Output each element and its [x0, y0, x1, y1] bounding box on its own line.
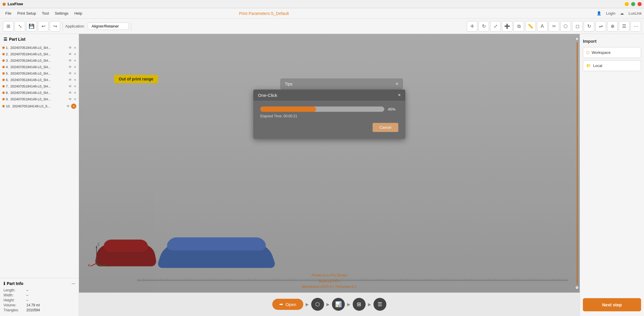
part-list-item[interactable]: 10. 20240705184148-L0_S... 👁 ✕	[0, 102, 79, 110]
more-btn[interactable]: ⋯	[631, 21, 641, 32]
elapsed-time: Elapsed Time: 00:00:21	[260, 114, 398, 118]
workflow-step-1[interactable]: ⬡	[311, 298, 324, 311]
collapse-btn[interactable]: —	[72, 281, 75, 286]
eye-icon[interactable]: 👁	[68, 71, 72, 75]
titlebar: ⬟ LuxFlow	[0, 0, 644, 8]
duplicate-btn[interactable]: ⧉	[514, 21, 524, 32]
progress-track	[260, 107, 384, 112]
application-select[interactable]: Aligner/Retainer	[88, 23, 129, 30]
workspace-label: Workspace	[592, 50, 611, 55]
import-title: Import	[583, 39, 597, 44]
3d-btn[interactable]: ⬡	[560, 21, 571, 32]
tips-dialog-header: Tips ×	[285, 81, 398, 87]
triangles-label: Triangles:	[4, 308, 24, 312]
minimize-btn[interactable]	[625, 2, 629, 6]
close-icon[interactable]: ✕	[74, 59, 76, 63]
close-icon[interactable]: ✕	[74, 85, 76, 88]
part-dot	[2, 66, 5, 68]
close-icon[interactable]: ✕	[74, 91, 76, 95]
eye-icon[interactable]: 👁	[68, 84, 72, 88]
box-btn[interactable]: ◻	[572, 21, 583, 32]
move-btn[interactable]: ✛	[467, 21, 477, 32]
part-list-item[interactable]: 8. 20240705184148-L0_SH... 👁 ✕	[0, 90, 79, 96]
workflow-step-4[interactable]: ☰	[373, 298, 386, 311]
part-list-item[interactable]: 3. 20240705184148-L0_SH... 👁 ✕	[0, 57, 79, 64]
width-row: Width: –	[4, 293, 75, 297]
progress-fill	[260, 107, 316, 112]
eye-icon[interactable]: 👁	[68, 65, 72, 69]
login-label[interactable]: Login	[606, 11, 615, 16]
close-icon[interactable]: ✕	[74, 65, 76, 69]
eye-icon[interactable]: 👁	[68, 59, 72, 63]
measure-btn[interactable]: 📏	[525, 21, 536, 32]
part-list-item[interactable]: 5. 20240705184148-L0_SH... 👁 ✕	[0, 70, 79, 77]
part-info-section: ℹ Part Info — Length: – Width: – Height:…	[0, 278, 79, 316]
add-btn[interactable]: ➕	[502, 21, 512, 32]
workspace-button[interactable]: ⬡ Workspace	[583, 47, 641, 58]
workflow-step-3[interactable]: ⊞	[353, 298, 366, 311]
part-dot	[2, 72, 5, 75]
toolbar-redo-btn[interactable]: ↪	[50, 21, 60, 32]
cut-btn[interactable]: ✂	[549, 21, 559, 32]
open-button[interactable]: ➡ Open	[272, 299, 303, 310]
menu-print-setup[interactable]: Print Setup	[14, 10, 39, 17]
part-list-item[interactable]: 2. 20240705184148-L0_SH... 👁 ✕	[0, 51, 79, 57]
maximize-btn[interactable]	[631, 2, 635, 6]
eye-icon[interactable]: 👁	[68, 91, 72, 95]
part-name: 20240705184148-L0_SH...	[11, 72, 67, 75]
part-name: 20240705184148-L0_SH...	[11, 59, 67, 62]
login-icon: 👤	[597, 11, 601, 16]
part-name: 20240705184148-L0_SH...	[11, 65, 67, 69]
scale-btn[interactable]: ⤢	[490, 21, 501, 32]
text-btn[interactable]: A	[537, 21, 547, 32]
menu-file[interactable]: File	[2, 10, 14, 17]
part-list-item[interactable]: 4. 20240705184148-L0_SH... 👁 ✕	[0, 64, 79, 70]
toolbar-grid-btn[interactable]: ⊞	[3, 21, 13, 32]
menu-help[interactable]: Help	[71, 10, 85, 17]
toolbar-frame-btn[interactable]: ⤡	[15, 21, 25, 32]
cancel-button[interactable]: Cancel	[373, 123, 398, 132]
close-icon[interactable]: ✕	[74, 97, 76, 101]
rotate-view-btn[interactable]: ↻	[584, 21, 594, 32]
part-list-item[interactable]: 6. 20240705184148-L0_SH... 👁 ✕	[0, 77, 79, 83]
luxlink-icon: ☁	[620, 11, 624, 16]
part-dot	[2, 98, 5, 100]
local-button[interactable]: 📁 Local	[583, 60, 641, 71]
toolbar-save-btn[interactable]: 💾	[26, 21, 37, 32]
menu-tool[interactable]: Tool	[39, 10, 52, 17]
close-icon[interactable]: ✕	[74, 52, 76, 56]
oneclick-close-btn[interactable]: ×	[398, 92, 401, 98]
part-list-title: Part List	[9, 37, 25, 42]
menu-settings[interactable]: Settings	[52, 10, 71, 17]
right-actions: 👤 Login ☁ LuxLink	[597, 11, 642, 16]
arrow-4: ▶	[368, 302, 371, 307]
eye-icon[interactable]: 👁	[68, 78, 72, 82]
toolbar-undo-btn[interactable]: ↩	[38, 21, 49, 32]
eye-icon[interactable]: 👁	[68, 46, 72, 50]
layer-btn[interactable]: ☰	[619, 21, 629, 32]
part-name: 20240705184148-L0_SH...	[11, 52, 67, 56]
close-btn[interactable]	[638, 2, 642, 6]
left-panel: ☰ Part List 1. 20240705184148-L0_SH... 👁…	[0, 34, 79, 316]
workflow-step-2[interactable]: 📊	[332, 298, 345, 311]
part-list-item[interactable]: 7. 20240705184148-L0_SH... 👁 ✕	[0, 83, 79, 90]
arrow-1: ▶	[306, 302, 309, 307]
close-icon[interactable]: ✕	[74, 72, 76, 75]
close-icon[interactable]: ✕	[74, 78, 76, 82]
eye-icon[interactable]: 👁	[68, 97, 72, 101]
flip-btn[interactable]: ⇌	[595, 21, 606, 32]
orient-btn[interactable]: ⊕	[607, 21, 618, 32]
part-list-item[interactable]: 9. 20240705184148-L0_SH... 👁 ✕	[0, 96, 79, 102]
refresh-btn[interactable]: ↻	[478, 21, 489, 32]
tips-close-btn[interactable]: ×	[396, 81, 398, 87]
remove-btn[interactable]: ✕	[71, 104, 76, 109]
luxlink-label[interactable]: LuxLink	[628, 11, 642, 16]
triangles-value: 2010594	[26, 308, 40, 312]
close-icon[interactable]: ✕	[74, 46, 76, 50]
eye-icon[interactable]: 👁	[68, 52, 72, 56]
next-step-button[interactable]: Next step	[583, 298, 641, 311]
eye-icon[interactable]: 👁	[66, 104, 70, 108]
part-name: 20240705184148-L0_SH...	[11, 78, 67, 82]
part-dot	[2, 105, 5, 107]
part-list-item[interactable]: 1. 20240705184148-L0_SH... 👁 ✕	[0, 44, 79, 51]
